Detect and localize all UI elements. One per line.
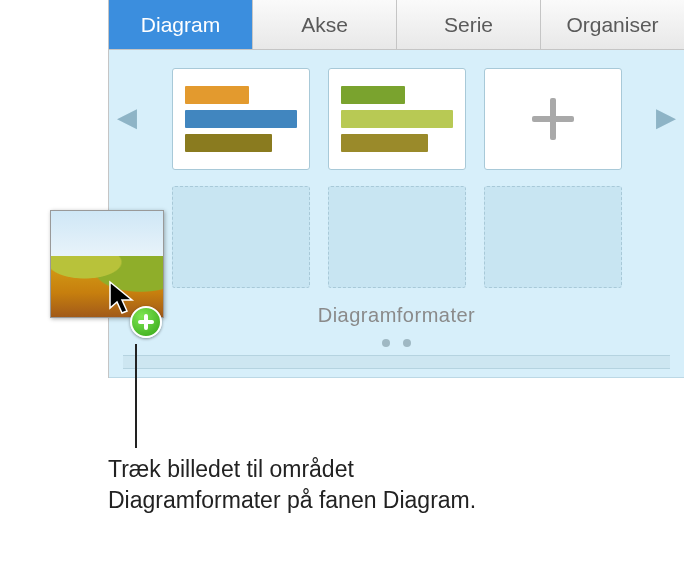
tab-bar: Diagram Akse Serie Organiser bbox=[109, 0, 684, 50]
dragged-image-thumbnail[interactable] bbox=[50, 210, 164, 318]
swatch-bar bbox=[341, 110, 453, 128]
tab-diagram[interactable]: Diagram bbox=[109, 0, 253, 49]
swatch-bar bbox=[185, 86, 250, 104]
styles-prev-arrow-icon[interactable]: ◀ bbox=[117, 102, 137, 133]
tab-akse[interactable]: Akse bbox=[253, 0, 397, 49]
chart-style-empty-slot[interactable] bbox=[484, 186, 622, 288]
page-dot[interactable] bbox=[403, 339, 411, 347]
tab-serie[interactable]: Serie bbox=[397, 0, 541, 49]
caption-text: Træk billedet til området Diagramformate… bbox=[108, 454, 476, 516]
page-dot[interactable] bbox=[382, 339, 390, 347]
swatch-bar bbox=[185, 110, 297, 128]
chart-style-empty-slot[interactable] bbox=[328, 186, 466, 288]
plus-icon bbox=[532, 98, 574, 140]
chart-styles-panel: ◀ ▶ Diagramformater bbox=[109, 50, 684, 378]
styles-next-arrow-icon[interactable]: ▶ bbox=[656, 102, 676, 133]
swatch-bar bbox=[185, 134, 272, 152]
page-dots bbox=[123, 333, 670, 351]
swatch-bar bbox=[341, 134, 428, 152]
add-badge-icon bbox=[130, 306, 162, 338]
swatch-bar bbox=[341, 86, 406, 104]
inspector-panel: Diagram Akse Serie Organiser ◀ ▶ bbox=[108, 0, 684, 378]
styles-row-1 bbox=[159, 68, 634, 170]
callout-line bbox=[135, 344, 137, 448]
section-title: Diagramformater bbox=[123, 304, 670, 327]
styles-row-2 bbox=[159, 186, 634, 288]
caption-line-2: Diagramformater på fanen Diagram. bbox=[108, 487, 476, 513]
cursor-icon bbox=[108, 280, 136, 316]
thumbnail-sky bbox=[51, 211, 163, 256]
caption-line-1: Træk billedet til området bbox=[108, 456, 354, 482]
chart-style-empty-slot[interactable] bbox=[172, 186, 310, 288]
chart-style-swatch-1[interactable] bbox=[172, 68, 310, 170]
tab-organiser[interactable]: Organiser bbox=[541, 0, 684, 49]
disclosure-bar[interactable] bbox=[123, 355, 670, 369]
add-chart-style-button[interactable] bbox=[484, 68, 622, 170]
chart-style-swatch-2[interactable] bbox=[328, 68, 466, 170]
